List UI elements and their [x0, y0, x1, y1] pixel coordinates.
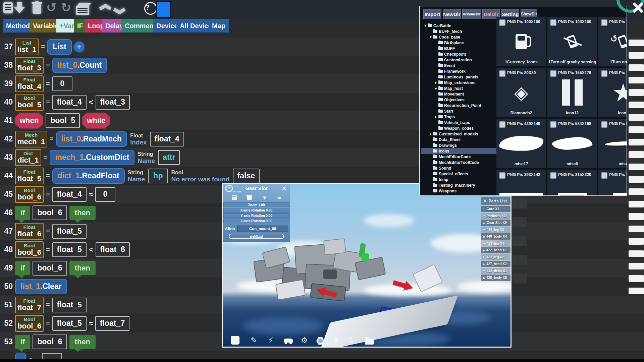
lightning-icon[interactable]: ⚡	[268, 336, 273, 345]
value-box[interactable]: float_6	[96, 242, 130, 257]
parts-list-item[interactable]: ⚔Gear Slot X9	[481, 220, 512, 226]
checkbox[interactable]	[550, 19, 556, 26]
value-box[interactable]: float_4	[52, 187, 87, 202]
parts-list-item[interactable]: ❄Particles X13	[481, 213, 512, 219]
chevron-right-icon[interactable]: ▸	[434, 115, 438, 119]
slider-2[interactable]: Y-axis Rotation 0.00	[223, 213, 289, 218]
parts-list-item[interactable]: ◈422_head X1	[481, 247, 512, 253]
flow-block-then[interactable]: then	[69, 335, 96, 349]
value-box[interactable]: bool_6	[33, 335, 67, 349]
tree-item-drawings[interactable]: Drawings	[421, 142, 496, 148]
close-icon[interactable]	[632, 2, 643, 13]
grid-cell[interactable]: PNG Pic 100↺1Turn on grav	[598, 17, 627, 66]
parts-list-item[interactable]: ◈427_head X2	[481, 261, 512, 267]
filepanel-button-renamedir[interactable]: RenameDir	[462, 9, 481, 19]
tree-item-mecheditortoolcode[interactable]: MechEditorToolCode	[421, 160, 496, 165]
tree-item-map_host[interactable]: ▸Map_host	[421, 85, 501, 91]
close-icon[interactable]: ✕	[483, 198, 487, 204]
tree-item-special_effects[interactable]: Special_effects	[421, 171, 496, 177]
parts-list-item[interactable]: ➤429_leg X4	[481, 240, 512, 247]
flow-block-while[interactable]: while	[82, 113, 110, 129]
checkbox[interactable]	[550, 172, 556, 179]
value-box[interactable]: 0	[52, 76, 72, 91]
chevron-down-icon[interactable]: ▾	[423, 23, 427, 28]
value-box[interactable]: float_5	[52, 224, 87, 239]
checkbox[interactable]	[550, 70, 556, 77]
grid-cell[interactable]: PNG Pic 429X149misc17	[496, 119, 546, 168]
close-icon[interactable]: ✕	[281, 185, 287, 192]
tree-item-code_base[interactable]: ▾Code_base	[421, 34, 496, 40]
tree-item-mecheditorcode[interactable]: MechEditorCode	[421, 154, 496, 160]
value-box[interactable]: bool_6	[33, 205, 67, 220]
tree-item-buff_mech[interactable]: BUFF_Mech	[421, 28, 496, 34]
square-icon[interactable]	[231, 336, 239, 345]
parts-list-item[interactable]: ✚413_deco X1	[481, 268, 512, 274]
method-call-block[interactable]: dict_1.ReadFloat	[52, 168, 125, 184]
tree-item-objectives[interactable]: Objectives	[421, 97, 501, 103]
method-call-block[interactable]: list_0.Count	[52, 58, 107, 73]
tree-item-sound[interactable]: Sound	[421, 165, 496, 171]
rook-icon[interactable]: ♜	[333, 336, 340, 345]
tree-item-weapon_codes[interactable]: Weapon_codes	[421, 125, 501, 131]
tree-item-customization[interactable]: Customization	[421, 57, 501, 63]
tree-item-customised_models[interactable]: ▸Customised_models	[421, 131, 496, 137]
flow-block-then[interactable]: then	[69, 206, 96, 220]
car-icon[interactable]	[284, 336, 293, 340]
tree-item-luminous_panels[interactable]: Luminous_panels	[421, 74, 501, 80]
method-call-block[interactable]: mech_1.CustomDict	[50, 150, 135, 165]
value-box[interactable]: hp	[148, 169, 168, 183]
grid-cell[interactable]: PNG Pic 584X168misc6	[547, 119, 597, 168]
checkbox[interactable]	[499, 70, 505, 77]
tree-item-buff[interactable]: BUFF	[421, 46, 501, 51]
variable-def-block[interactable]: Mechmech_1	[15, 131, 47, 147]
checkbox[interactable]	[601, 19, 607, 26]
parts-list-item[interactable]: ➤436_leg X3	[481, 227, 512, 233]
value-box[interactable]: float_5	[52, 316, 87, 331]
value-box[interactable]: false	[233, 169, 260, 183]
grid-cell[interactable]: PNG Pic 197	[598, 170, 627, 196]
tree-item-icons[interactable]: Icons	[421, 148, 498, 154]
add-item-button[interactable]: +	[74, 42, 84, 52]
tree-item-event[interactable]: Event	[421, 63, 501, 68]
chevron-down-icon[interactable]	[113, 5, 126, 13]
chevron-right-icon[interactable]: ▸	[434, 86, 438, 90]
value-box[interactable]: bool_6	[33, 261, 67, 276]
chevron-up-icon[interactable]	[99, 5, 112, 13]
filter-down-icon[interactable]: ▼	[262, 195, 267, 200]
tree-item-map_extensions[interactable]: ▸Map_extensions	[421, 80, 501, 85]
checkbox[interactable]	[499, 19, 505, 26]
method-call-block[interactable]: list_0.ReadMech	[56, 131, 127, 147]
infinity-icon[interactable]: ∞	[277, 195, 281, 200]
checkbox[interactable]	[499, 172, 505, 179]
checkbox[interactable]	[550, 121, 556, 128]
help-icon[interactable]: ?	[144, 2, 157, 15]
grid-cell[interactable]: PNG Pic 155X176icon12	[547, 68, 597, 117]
variable-def-block[interactable]: Floatfloat_5	[15, 168, 44, 184]
value-box[interactable]: float_3	[96, 95, 130, 110]
tree-item-framework[interactable]: Framework	[421, 68, 501, 74]
grid-cell[interactable]: PNG Pic 80X80◈Diamonds2	[496, 68, 546, 117]
tree-item-vehicle_traps[interactable]: Vehicle_traps	[421, 120, 501, 125]
variable-def-block[interactable]: Floatfloat_6	[15, 223, 44, 240]
value-box[interactable]: bool_5	[46, 113, 80, 128]
value-box[interactable]: float_7	[95, 316, 129, 331]
down-arrow-icon[interactable]: ⇩	[348, 336, 354, 345]
variable-def-block[interactable]: Boolbool_6	[15, 241, 44, 258]
gear-icon[interactable]: ⚙	[301, 336, 308, 345]
filepanel-button-newdir[interactable]: NewDir	[443, 9, 461, 19]
parts-list-item[interactable]: ➤431_leg X2	[481, 254, 512, 260]
variable-def-block[interactable]: Floatfloat_3	[15, 57, 44, 74]
folder-icon[interactable]	[365, 336, 374, 342]
weldlist-button[interactable]: weldList	[229, 234, 284, 239]
alias-input[interactable]: Gun_mount_08	[237, 226, 288, 232]
slider-0[interactable]: Zoom 1.00	[223, 202, 289, 207]
parts-list-item[interactable]: ✦Core X1	[481, 206, 512, 212]
tree-item-carbattle[interactable]: ▾CarBattle	[421, 23, 490, 28]
tree-item-resurrection_point[interactable]: Resurrection_Point	[421, 103, 501, 108]
tree-item-weapons[interactable]: Weapons	[421, 188, 496, 194]
grid-cell[interactable]: PNG Pic 393X142	[496, 170, 546, 196]
flow-block-when[interactable]: when	[15, 113, 43, 129]
chevron-down-icon[interactable]: ▾	[429, 35, 433, 39]
grid-cell[interactable]: PNG Pic 581misc	[598, 119, 627, 168]
value-box[interactable]: attr	[158, 150, 180, 165]
